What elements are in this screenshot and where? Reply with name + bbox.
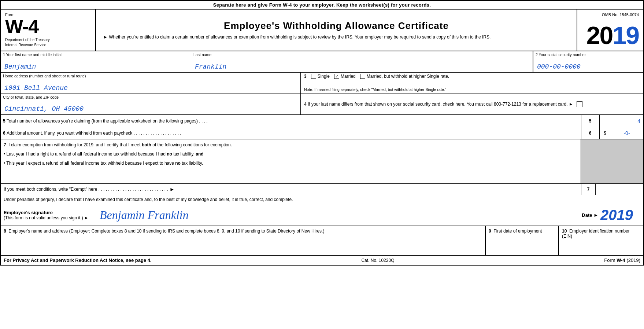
row6-label: 6 Additional amount, if any, you want wi… (1, 129, 581, 137)
row7-bullet1e: tax liability, (172, 151, 196, 157)
row5-text: Total number of allowances you're claimi… (7, 118, 208, 124)
row2-address: Home address (number and street or rural… (1, 73, 643, 94)
single-checkbox (311, 74, 316, 79)
row7-bullet1a: • Last year I had a right to a refund of (4, 151, 77, 157)
city-label: City or town, state, and ZIP code (3, 95, 298, 99)
row1-name: 1 Your first name and middle initial Ben… (1, 51, 643, 73)
lastname-label: Last name (193, 52, 530, 57)
row7-bottom-label: If you meet both conditions, write "Exem… (4, 187, 168, 192)
address-label: Home address (number and street or rural… (3, 74, 298, 78)
row7-bullet2e: tax liability. (181, 161, 203, 166)
married-checkbox (334, 74, 339, 79)
form-number: W-4 (5, 17, 91, 36)
married-label: Married (341, 74, 356, 79)
city-value: Cincinnati, OH 45000 (3, 105, 298, 113)
form-main-title: Employee's Withholding Allowance Certifi… (103, 20, 569, 32)
row5-label: 5 Total number of allowances you're clai… (1, 117, 581, 125)
row5-value: 4 (599, 115, 643, 127)
single-option: Single (311, 74, 330, 79)
firstname-value: Benjamin (3, 62, 189, 71)
ssn-label: 2 Your social security number (536, 52, 641, 57)
field4-checkbox (577, 101, 582, 107)
address-value: 1001 Bell Avenue (3, 84, 298, 92)
employer-row: 8 Employer's name and address (Employer:… (1, 226, 643, 256)
filing-status-row: 3 Single Married Married, but withhold a… (304, 74, 640, 79)
footer-right-bold: W-4 (617, 257, 625, 263)
sig-value: Benjamin Franklin (96, 208, 582, 222)
row7-text1: I claim exemption from withholding for 2… (8, 142, 142, 147)
year-display: 2019 (586, 23, 639, 48)
row7-arrow: ► (170, 186, 175, 192)
row6-value: -0- (610, 127, 643, 139)
form-subtitle: ► Whether you're entitled to claim a cer… (103, 34, 569, 40)
row6: 6 Additional amount, if any, you want wi… (1, 127, 643, 139)
married-higher-option: Married, but withhold at higher Single r… (360, 74, 449, 79)
row7-bullet2c: federal income tax withheld because I ex… (69, 161, 175, 166)
married-higher-checkbox (360, 74, 365, 79)
employer8-text: Employer's name and address (Employer: C… (8, 229, 324, 234)
row5: 5 Total number of allowances you're clai… (1, 115, 643, 127)
ssn-cell: 2 Your social security number 000-00-000… (533, 51, 643, 72)
row7: 7 I claim exemption from withholding for… (1, 139, 643, 195)
filing-note: Note: If married filing separately, chec… (304, 87, 640, 92)
employer10-num: 10 (562, 229, 567, 234)
row5-num-box: 5 (581, 115, 599, 127)
employer9-text: First date of employment (493, 229, 542, 234)
lastname-cell: Last name Franklin (191, 51, 533, 72)
row7-bullet1c: federal income tax withheld because I ha… (82, 151, 167, 157)
single-label: Single (318, 74, 330, 79)
row5-number: 5 (3, 118, 5, 124)
separator-text: Separate here and give Form W-4 to your … (1, 1, 643, 10)
employer10-text: Employer identification number (EIN) (562, 229, 630, 239)
sig-sub-label: (This form is not valid unless you sign … (4, 215, 93, 220)
firstname-cell: 1 Your first name and middle initial Ben… (1, 51, 191, 72)
employer-cell-8: 8 Employer's name and address (Employer:… (1, 226, 486, 255)
footer-center: Cat. No. 10220Q (361, 258, 394, 263)
subtitle-arrow: ► (103, 34, 108, 40)
row3-city: City or town, state, and ZIP code Cincin… (1, 94, 643, 115)
row7-shaded (581, 139, 643, 183)
row7-bullet1d: no (167, 151, 172, 157)
firstname-label: 1 Your first name and middle initial (3, 52, 189, 57)
field3-number: 3 (304, 74, 307, 79)
sig-date-value: 2019 (600, 207, 633, 223)
field4-text: 4 If your last name differs from that sh… (304, 101, 640, 107)
sig-date-label: Date ► (582, 212, 598, 218)
row7-num: 7 (581, 184, 596, 195)
footer-right: Form W-4 (2019) (604, 257, 640, 263)
row7-bullet1f: and (196, 151, 203, 157)
row7-bullet2b: all (64, 161, 69, 166)
lastname-value: Franklin (193, 62, 530, 71)
form-title-section: Employee's Withholding Allowance Certifi… (96, 10, 577, 51)
form-year-section: OMB No. 1545-0074 2019 (577, 10, 643, 51)
field4-cell: 4 If your last name differs from that sh… (301, 94, 643, 114)
city-cell: City or town, state, and ZIP code Cincin… (1, 94, 301, 114)
subtitle-text: Whether you're entitled to claim a certa… (109, 34, 491, 40)
employer-cell-10: 10 Employer identification number (EIN) (559, 226, 643, 255)
row6-text: Additional amount, if any, you want with… (7, 131, 181, 136)
employer9-num: 9 (489, 229, 491, 234)
sig-label: Employee's signature (This form is not v… (1, 208, 96, 223)
row6-dollar: $ (599, 127, 610, 139)
footer-right-post: (2019) (625, 257, 640, 263)
footer-left: For Privacy Act and Paperwork Reduction … (4, 257, 152, 263)
row7-text: 7 I claim exemption from withholding for… (1, 139, 581, 183)
row6-num-box: 6 (581, 127, 599, 139)
form-logo-section: Form W-4 Department of the Treasury Inte… (1, 10, 96, 51)
sig-bold-label: Employee's signature (4, 210, 93, 215)
row7-bullet1b: all (77, 151, 82, 157)
footer-row: For Privacy Act and Paperwork Reduction … (1, 256, 643, 265)
signature-row: Employee's signature (This form is not v… (1, 204, 643, 226)
row7-bullet2a: • This year I expect a refund of (4, 161, 64, 166)
agency-line2: Internal Revenue Service (5, 43, 91, 48)
row7-bottom: If you meet both conditions, write "Exem… (1, 183, 643, 195)
row6-number: 6 (3, 131, 5, 136)
ssn-value: 000-00-0000 (536, 62, 641, 71)
address-cell: Home address (number and street or rural… (1, 73, 301, 94)
filing-status-cell: 3 Single Married Married, but withhold a… (301, 73, 643, 94)
employer8-num: 8 (4, 229, 6, 234)
row7-num-label: 7 (4, 142, 6, 147)
agency-line1: Department of the Treasury (5, 37, 91, 43)
married-option: Married (334, 74, 356, 79)
row7-top: 7 I claim exemption from withholding for… (1, 139, 643, 183)
